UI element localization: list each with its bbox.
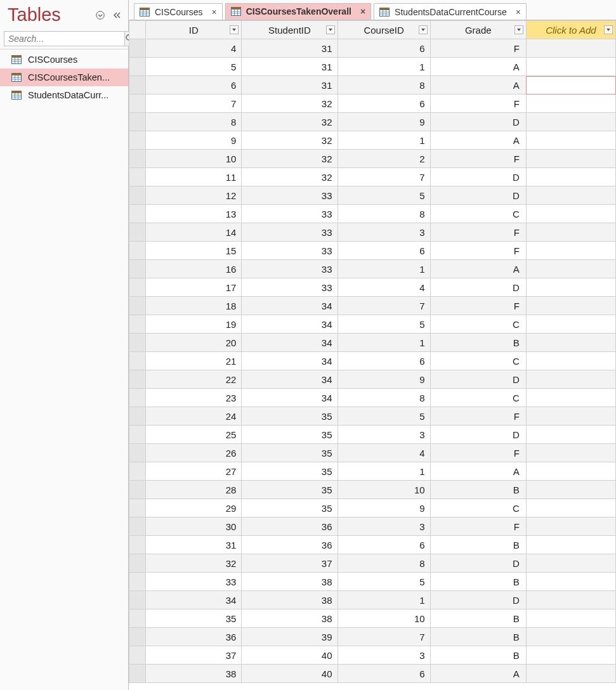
cell-add[interactable] bbox=[526, 481, 615, 499]
cell-add[interactable] bbox=[526, 389, 615, 407]
cell-id[interactable]: 21 bbox=[146, 352, 242, 370]
cell-grade[interactable]: D bbox=[430, 278, 526, 297]
cell-courseid[interactable]: 6 bbox=[337, 94, 430, 113]
table-row[interactable]: 32378D bbox=[129, 554, 616, 573]
cell-studentid[interactable]: 33 bbox=[242, 242, 337, 260]
cell-grade[interactable]: F bbox=[430, 297, 526, 315]
cell-id[interactable]: 19 bbox=[146, 315, 242, 334]
row-selector[interactable] bbox=[129, 131, 146, 150]
table-row[interactable]: 17334D bbox=[129, 278, 616, 297]
cell-add[interactable] bbox=[526, 186, 615, 205]
cell-studentid[interactable]: 32 bbox=[242, 150, 337, 168]
table-row[interactable]: 16331A bbox=[129, 260, 616, 278]
close-icon[interactable]: × bbox=[360, 7, 365, 16]
row-selector[interactable] bbox=[129, 499, 146, 518]
cell-add[interactable] bbox=[526, 407, 615, 426]
column-dropdown-icon[interactable] bbox=[326, 25, 335, 34]
table-row[interactable]: 27351A bbox=[129, 462, 616, 481]
cell-courseid[interactable]: 10 bbox=[337, 609, 430, 628]
cell-studentid[interactable]: 38 bbox=[242, 609, 337, 628]
table-row[interactable]: 13338C bbox=[129, 205, 616, 223]
cell-studentid[interactable]: 34 bbox=[242, 389, 337, 407]
column-dropdown-icon[interactable] bbox=[604, 25, 613, 34]
table-row[interactable]: 33385B bbox=[129, 573, 616, 591]
table-row[interactable]: 24355F bbox=[129, 407, 616, 426]
cell-add[interactable] bbox=[526, 150, 615, 168]
cell-courseid[interactable]: 6 bbox=[337, 352, 430, 370]
table-row[interactable]: 31366B bbox=[129, 536, 616, 554]
cell-grade[interactable]: F bbox=[430, 242, 526, 260]
row-selector[interactable] bbox=[129, 223, 146, 242]
column-header-grade[interactable]: Grade bbox=[430, 21, 526, 39]
cell-id[interactable]: 18 bbox=[146, 297, 242, 315]
cell-courseid[interactable]: 1 bbox=[337, 131, 430, 150]
cell-id[interactable]: 8 bbox=[146, 113, 242, 131]
datasheet-scroll[interactable]: ID StudentID CourseID bbox=[129, 20, 616, 690]
collapse-pane-icon[interactable] bbox=[113, 11, 122, 20]
table-row[interactable]: 9321A bbox=[129, 131, 616, 150]
cell-id[interactable]: 14 bbox=[146, 223, 242, 242]
cell-grade[interactable]: F bbox=[430, 223, 526, 242]
cell-courseid[interactable]: 1 bbox=[337, 58, 430, 76]
cell-grade[interactable]: F bbox=[430, 94, 526, 113]
cell-add[interactable] bbox=[526, 94, 615, 113]
row-selector[interactable] bbox=[129, 665, 146, 683]
cell-add[interactable] bbox=[526, 444, 615, 462]
cell-add[interactable] bbox=[526, 628, 615, 646]
cell-grade[interactable]: A bbox=[430, 131, 526, 150]
cell-courseid[interactable]: 6 bbox=[337, 665, 430, 683]
cell-id[interactable]: 33 bbox=[146, 573, 242, 591]
cell-grade[interactable]: B bbox=[430, 609, 526, 628]
cell-add[interactable] bbox=[526, 573, 615, 591]
row-selector[interactable] bbox=[129, 407, 146, 426]
cell-studentid[interactable]: 33 bbox=[242, 278, 337, 297]
table-row[interactable]: 30363F bbox=[129, 518, 616, 536]
cell-id[interactable]: 32 bbox=[146, 554, 242, 573]
column-dropdown-icon[interactable] bbox=[514, 25, 523, 34]
cell-courseid[interactable]: 1 bbox=[337, 334, 430, 352]
cell-add[interactable] bbox=[526, 536, 615, 554]
row-selector[interactable] bbox=[129, 646, 146, 665]
cell-studentid[interactable]: 33 bbox=[242, 186, 337, 205]
cell-id[interactable]: 38 bbox=[146, 665, 242, 683]
cell-id[interactable]: 30 bbox=[146, 518, 242, 536]
cell-add[interactable] bbox=[526, 205, 615, 223]
row-selector[interactable] bbox=[129, 168, 146, 186]
cell-courseid[interactable]: 8 bbox=[337, 389, 430, 407]
cell-courseid[interactable]: 10 bbox=[337, 481, 430, 499]
column-header-studentid[interactable]: StudentID bbox=[242, 21, 337, 39]
cell-id[interactable]: 35 bbox=[146, 609, 242, 628]
row-selector[interactable] bbox=[129, 462, 146, 481]
row-selector[interactable] bbox=[129, 518, 146, 536]
cell-studentid[interactable]: 32 bbox=[242, 131, 337, 150]
row-selector[interactable] bbox=[129, 370, 146, 389]
table-row[interactable]: 6318A bbox=[129, 76, 616, 94]
table-row[interactable]: 36397B bbox=[129, 628, 616, 646]
row-selector[interactable] bbox=[129, 609, 146, 628]
table-row[interactable]: 25353D bbox=[129, 426, 616, 444]
cell-courseid[interactable]: 5 bbox=[337, 315, 430, 334]
cell-courseid[interactable]: 3 bbox=[337, 646, 430, 665]
row-selector[interactable] bbox=[129, 334, 146, 352]
cell-grade[interactable]: D bbox=[430, 168, 526, 186]
table-row[interactable]: 22349D bbox=[129, 370, 616, 389]
cell-add[interactable] bbox=[526, 352, 615, 370]
cell-id[interactable]: 7 bbox=[146, 94, 242, 113]
cell-grade[interactable]: D bbox=[430, 186, 526, 205]
cell-id[interactable]: 36 bbox=[146, 628, 242, 646]
cell-studentid[interactable]: 31 bbox=[242, 39, 337, 58]
table-row[interactable]: 29359C bbox=[129, 499, 616, 518]
cell-add[interactable] bbox=[526, 665, 615, 683]
tab-ciscourses[interactable]: CISCourses× bbox=[134, 3, 223, 20]
cell-id[interactable]: 28 bbox=[146, 481, 242, 499]
cell-grade[interactable]: A bbox=[430, 260, 526, 278]
cell-grade[interactable]: C bbox=[430, 389, 526, 407]
cell-studentid[interactable]: 33 bbox=[242, 223, 337, 242]
cell-studentid[interactable]: 34 bbox=[242, 370, 337, 389]
cell-courseid[interactable]: 7 bbox=[337, 297, 430, 315]
cell-studentid[interactable]: 35 bbox=[242, 462, 337, 481]
cell-studentid[interactable]: 39 bbox=[242, 628, 337, 646]
cell-add[interactable] bbox=[526, 315, 615, 334]
row-selector[interactable] bbox=[129, 278, 146, 297]
cell-studentid[interactable]: 33 bbox=[242, 205, 337, 223]
